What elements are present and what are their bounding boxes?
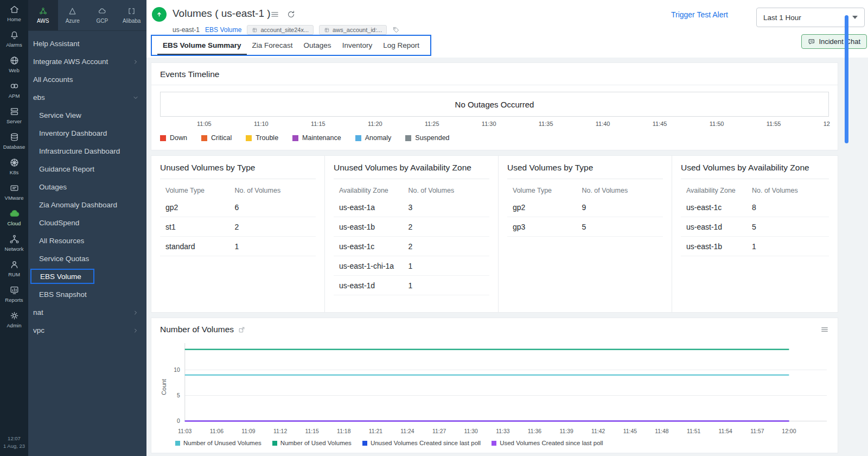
expand-icon[interactable] <box>238 326 245 333</box>
sidebar-item-cloudspend[interactable]: CloudSpend <box>28 214 146 232</box>
rail-item-label: Alarms <box>6 42 22 48</box>
sidebar-item-infrastructure-dashboard[interactable]: Infrastructure Dashboard <box>28 142 146 160</box>
no-outages-message: No Outages Occurred <box>455 100 534 109</box>
tab-ebs-volume-summary[interactable]: EBS Volume Summary <box>157 36 247 55</box>
rail-item-apm[interactable]: APM <box>0 77 28 102</box>
sidebar-item-service-quotas[interactable]: Service Quotas <box>28 250 146 268</box>
sidebar-item-ebs-volume[interactable]: EBS Volume <box>30 269 94 284</box>
chart-menu-icon[interactable] <box>820 325 829 334</box>
database-icon <box>9 132 20 142</box>
svg-text:11:09: 11:09 <box>241 428 255 434</box>
column-header: Volume Type <box>165 187 234 194</box>
rail-item-label: Reports <box>5 297 23 303</box>
sidebar-item-zia-anomaly-dashboard[interactable]: Zia Anomaly Dashboard <box>28 196 146 214</box>
timeline-ticks: 11:0511:1011:1511:2011:2511:3011:3511:40… <box>151 117 838 127</box>
app-root: HomeAlarmsWebAPMServerDatabaseK8sVMwareC… <box>0 0 868 456</box>
scrollbar-thumb[interactable] <box>845 15 848 143</box>
sidebar-item-vpc[interactable]: vpc <box>28 321 146 339</box>
chart-legend-used-volumes-created-since-last-poll[interactable]: Used Volumes Created since last poll <box>492 440 603 446</box>
provider-tab-aws[interactable]: AWS <box>28 0 58 30</box>
rail-item-vmware[interactable]: VMware <box>0 179 28 204</box>
provider-tab-alibaba[interactable]: Alibaba <box>117 0 147 30</box>
sidebar-item-guidance-report[interactable]: Guidance Report <box>28 160 146 178</box>
legend-label: Anomaly <box>365 134 392 142</box>
sidebar-item-label: nat <box>33 308 43 316</box>
sidebar-item-label: Guidance Report <box>39 165 94 173</box>
column-header: No. of Volumes <box>234 187 316 194</box>
menu-icon[interactable] <box>270 10 279 19</box>
chevron-right-icon <box>132 309 139 316</box>
svg-text:11:06: 11:06 <box>210 428 224 434</box>
table-row: gp26 <box>160 198 316 217</box>
sidebar-item-label: Service View <box>39 111 81 119</box>
tab-inventory[interactable]: Inventory <box>337 36 378 55</box>
tag-chip[interactable]: aws_account_id:... <box>319 25 387 35</box>
chip-icon <box>252 27 258 33</box>
incident-chat-label: Incident Chat <box>819 37 860 46</box>
sidebar-item-help-assistant[interactable]: Help Assistant <box>28 35 146 53</box>
sidebar-items: Help AssistantIntegrate AWS AccountAll A… <box>28 31 146 339</box>
incident-chat-button[interactable]: Incident Chat <box>801 34 867 49</box>
refresh-icon[interactable] <box>286 10 296 19</box>
sidebar-item-all-resources[interactable]: All Resources <box>28 232 146 250</box>
rail-clock-date: 1 Aug, 23 <box>0 442 28 451</box>
divider <box>151 85 838 85</box>
chart-legend-number-of-used-volumes[interactable]: Number of Used Volumes <box>272 440 352 446</box>
sidebar-item-integrate-aws-account[interactable]: Integrate AWS Account <box>28 53 146 71</box>
sidebar-item-inventory-dashboard[interactable]: Inventory Dashboard <box>28 124 146 142</box>
trigger-test-alert-link[interactable]: Trigger Test Alert <box>671 10 728 19</box>
rail-item-network[interactable]: Network <box>0 230 28 255</box>
table-row: gp35 <box>507 217 663 237</box>
svg-text:11:42: 11:42 <box>591 428 605 434</box>
svg-text:0: 0 <box>177 417 180 424</box>
rail-item-web[interactable]: Web <box>0 51 28 77</box>
sidebar-item-service-view[interactable]: Service View <box>28 106 146 124</box>
table-cell: standard <box>165 242 234 251</box>
tab-outages[interactable]: Outages <box>298 36 337 55</box>
rail-item-server[interactable]: Server <box>0 102 28 128</box>
svg-text:11:54: 11:54 <box>719 428 732 434</box>
sidebar: AWSAzureGCPAlibaba Help AssistantIntegra… <box>28 0 146 456</box>
tag-icon[interactable] <box>392 26 400 34</box>
tab-log-report[interactable]: Log Report <box>378 36 425 55</box>
monitor-type-link[interactable]: EBS Volume <box>205 26 241 34</box>
server-icon <box>9 106 20 117</box>
sidebar-item-label: Help Assistant <box>33 40 80 48</box>
rail-item-admin[interactable]: Admin <box>0 306 28 332</box>
sidebar-item-outages[interactable]: Outages <box>28 178 146 196</box>
table-cell: 5 <box>582 223 663 231</box>
sidebar-item-nat[interactable]: nat <box>28 303 146 321</box>
rail-item-reports[interactable]: Reports <box>0 281 28 306</box>
provider-tab-gcp[interactable]: GCP <box>87 0 117 30</box>
table-cell: us-east-1b <box>686 242 752 251</box>
rail-item-k8s[interactable]: K8s <box>0 153 28 179</box>
table-card-title: Unused Volumes by Type <box>160 163 316 179</box>
legend-label: Used Volumes Created since last poll <box>500 440 603 446</box>
chart-legend-number-of-unused-volumes[interactable]: Number of Unused Volumes <box>175 440 261 446</box>
tab-zia-forecast[interactable]: Zia Forecast <box>247 36 298 55</box>
rail-item-alarms[interactable]: Alarms <box>0 26 28 51</box>
sidebar-item-all-accounts[interactable]: All Accounts <box>28 71 146 88</box>
legend-swatch <box>160 135 166 141</box>
sidebar-item-label: EBS Snapshot <box>39 290 87 299</box>
table-row: us-east-1b2 <box>334 217 489 237</box>
timeline-tick: 11:20 <box>368 121 382 127</box>
rail-item-home[interactable]: Home <box>0 0 28 26</box>
svg-text:10: 10 <box>174 366 180 373</box>
tag-chip[interactable]: account_site24x... <box>247 25 314 35</box>
time-range-dropdown[interactable]: Last 1 Hour <box>756 8 865 27</box>
sidebar-item-ebs-snapshot[interactable]: EBS Snapshot <box>28 286 146 303</box>
rail-item-rum[interactable]: RUM <box>0 255 28 281</box>
chevron-down-icon <box>852 16 858 19</box>
provider-tab-azure[interactable]: Azure <box>58 0 88 30</box>
table-cell: 1 <box>408 281 489 290</box>
legend-swatch <box>246 135 252 141</box>
chart-legend-unused-volumes-created-since-last-poll[interactable]: Unused Volumes Created since last poll <box>362 440 481 446</box>
rail-item-cloud[interactable]: Cloud <box>0 204 28 230</box>
sidebar-item-ebs[interactable]: ebs <box>28 88 146 106</box>
page-header: Volumes ( us-east-1 ) us-east-1 EBS Volu… <box>146 0 868 58</box>
chevron-right-icon <box>132 59 139 65</box>
rail-item-database[interactable]: Database <box>0 128 28 153</box>
table-cell: gp2 <box>513 203 582 212</box>
svg-text:11:21: 11:21 <box>369 428 382 434</box>
